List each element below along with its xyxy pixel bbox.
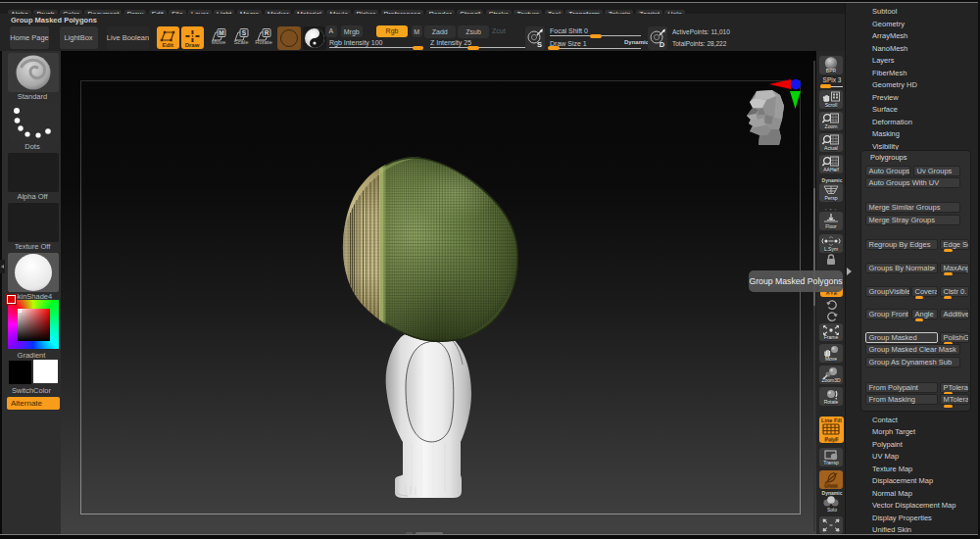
svg-text:S: S <box>537 40 542 49</box>
svg-text:D: D <box>660 40 665 49</box>
svg-text:M: M <box>219 29 223 36</box>
svg-text:S: S <box>242 29 247 36</box>
svg-text:R: R <box>265 29 270 36</box>
